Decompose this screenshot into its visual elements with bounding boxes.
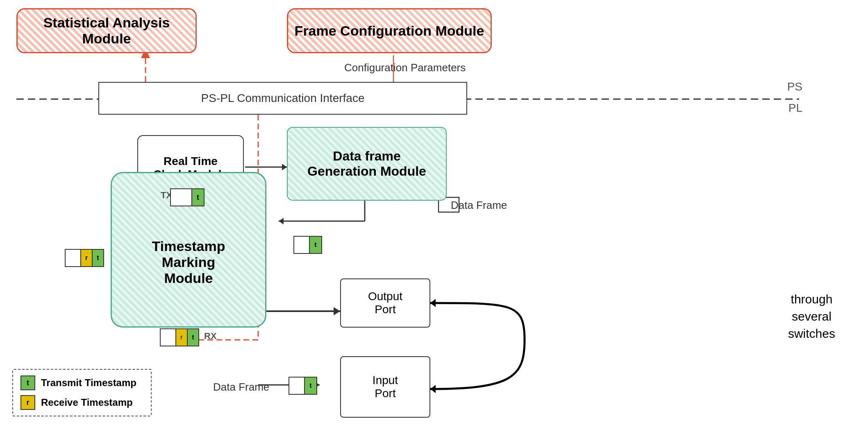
svg-marker-7 bbox=[282, 164, 287, 170]
left-white-part bbox=[65, 249, 81, 267]
svg-marker-16 bbox=[430, 299, 436, 307]
svg-marker-10 bbox=[279, 218, 284, 224]
diagram-container: Statistical Analysis Module Frame Config… bbox=[0, 0, 868, 441]
data-frame-label2: Data Frame bbox=[213, 381, 269, 394]
rx-frame-box: r t bbox=[160, 328, 199, 346]
data-frame-label1: Data Frame bbox=[451, 199, 507, 212]
legend-transmit-label: Transmit Timestamp bbox=[41, 377, 136, 389]
left-green-t: t bbox=[93, 249, 104, 267]
tx-frame-box: t bbox=[170, 188, 205, 206]
rx-yellow-stamp: r bbox=[176, 328, 188, 346]
tx-green-stamp: t bbox=[192, 188, 205, 206]
tx-white-part bbox=[170, 188, 192, 206]
legend-box: t Transmit Timestamp r Receive Timestamp bbox=[12, 369, 152, 416]
middle-t-frame-box: t bbox=[293, 236, 322, 254]
legend-receive-stamp: r bbox=[20, 395, 35, 410]
legend-transmit-stamp: t bbox=[20, 375, 35, 390]
rx-green-stamp: t bbox=[188, 328, 199, 346]
inp-white-part bbox=[289, 377, 305, 395]
inp-green-t: t bbox=[305, 377, 317, 395]
ps-label: PS bbox=[787, 80, 802, 93]
legend-transmit: t Transmit Timestamp bbox=[20, 375, 143, 390]
data-frame-gen-module: Data frame Generation Module bbox=[287, 127, 447, 201]
left-yellow-r: r bbox=[81, 249, 93, 267]
output-port-box: Output Port bbox=[340, 278, 430, 328]
through-switches-label: through several switches bbox=[788, 291, 835, 342]
svg-marker-13 bbox=[334, 307, 340, 315]
pl-label: PL bbox=[788, 102, 802, 115]
mid-green-t: t bbox=[310, 236, 322, 254]
mid-white-part bbox=[293, 236, 310, 254]
rx-label: RX bbox=[204, 331, 217, 341]
config-params-label: Configuration Parameters bbox=[344, 61, 466, 74]
left-rt-frame-box: r t bbox=[65, 249, 104, 267]
rx-white-part bbox=[160, 328, 176, 346]
svg-marker-17 bbox=[430, 385, 436, 393]
ps-pl-interface-box: PS-PL Communication Interface bbox=[98, 82, 467, 115]
legend-receive-label: Receive Timestamp bbox=[41, 397, 133, 408]
legend-receive: r Receive Timestamp bbox=[20, 395, 143, 410]
input-t-frame-box: t bbox=[289, 377, 317, 395]
input-port-box: Input Port bbox=[340, 356, 430, 418]
statistical-analysis-module: Statistical Analysis Module bbox=[16, 8, 197, 53]
frame-configuration-module: Frame Configuration Module bbox=[287, 8, 492, 53]
